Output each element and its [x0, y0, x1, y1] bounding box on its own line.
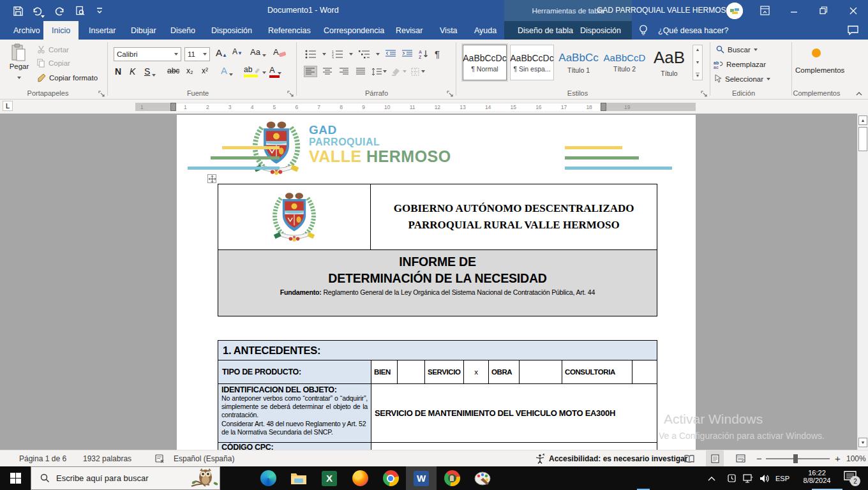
save-icon[interactable] — [11, 4, 24, 17]
shrink-font-button[interactable]: A▼ — [232, 47, 243, 56]
print-layout-icon[interactable] — [706, 450, 724, 466]
web-layout-icon[interactable] — [731, 450, 749, 466]
copy-button[interactable]: Copiar — [37, 59, 70, 68]
network-icon[interactable] — [739, 466, 757, 490]
paste-button[interactable]: Pegar — [6, 43, 32, 82]
objeto-cell[interactable]: SERVICIO DE MANTENIMIENTO DEL VEHICULO M… — [371, 384, 657, 442]
tipo-bien-checkbox[interactable] — [397, 360, 424, 383]
taskbar-edge-icon[interactable] — [253, 466, 283, 490]
tab-revisar[interactable]: Revisar — [387, 21, 431, 40]
tray-alarm-icon[interactable] — [722, 466, 740, 490]
zoom-level[interactable]: 100% — [846, 450, 866, 466]
pilcrow-icon[interactable]: ¶ — [435, 48, 440, 59]
format-painter-button[interactable]: Copiar formato — [37, 73, 98, 82]
tab-vista[interactable]: Vista — [431, 21, 466, 40]
clipboard-dialog-launcher-icon[interactable] — [98, 91, 105, 98]
paste-dropdown-icon[interactable] — [17, 77, 21, 79]
undo-dropdown-icon[interactable] — [41, 9, 45, 20]
tab-insertar[interactable]: Insertar — [80, 21, 124, 40]
paragraph-dialog-launcher-icon[interactable] — [447, 91, 454, 98]
scrollbar-thumb[interactable] — [858, 127, 867, 151]
avatar[interactable] — [726, 3, 743, 19]
antecedentes-table[interactable]: 1. ANTECEDENTES: TIPO DE PRODUCTO: BIEN … — [218, 340, 657, 450]
decrease-indent-icon[interactable] — [385, 50, 396, 58]
grow-font-button[interactable]: A▲ — [216, 47, 227, 58]
multilevel-list-icon[interactable] — [359, 50, 370, 59]
org-title-cell[interactable]: GOBIERNO AUTÓNOMO DESCENTRALIZADO PARROQ… — [370, 184, 657, 249]
align-right-icon[interactable] — [338, 66, 350, 77]
document-page[interactable]: GAD PARROQUIAL VALLE HERMOSO GOBIERNO AU… — [177, 115, 696, 450]
print-preview-icon[interactable] — [73, 4, 86, 17]
tab-diseno[interactable]: Diseño — [162, 21, 204, 40]
zoom-slider-thumb[interactable] — [793, 454, 798, 463]
styles-scroll-down-icon[interactable]: ▼ — [696, 60, 700, 64]
page-count[interactable]: Página 1 de 6 — [19, 450, 66, 466]
tab-diseno-de-tabla[interactable]: Diseño de tabla — [509, 21, 581, 40]
tipo-servicio-checkbox[interactable]: x — [463, 360, 488, 383]
document-area[interactable]: GAD PARROQUIAL VALLE HERMOSO GOBIERNO AU… — [0, 114, 857, 450]
taskbar-paint-icon[interactable] — [467, 466, 498, 490]
cut-button[interactable]: Cortar — [37, 45, 69, 54]
zoom-in-button[interactable]: + — [835, 450, 841, 466]
tab-inicio[interactable]: Inicio — [43, 21, 79, 40]
tipo-obra-checkbox[interactable] — [519, 360, 562, 383]
tab-referencias[interactable]: Referencias — [260, 21, 319, 40]
scroll-up-icon[interactable]: ▲ — [858, 115, 867, 125]
styles-scroll-up-icon[interactable]: ▲ — [696, 47, 700, 52]
collapse-ribbon-icon[interactable] — [855, 91, 863, 97]
numbering-icon[interactable]: 123 — [332, 50, 343, 59]
tab-archivo[interactable]: Archivo — [5, 21, 49, 40]
tray-chevron-icon[interactable] — [702, 466, 721, 490]
styles-dialog-launcher-icon[interactable] — [701, 91, 708, 98]
justify-icon[interactable] — [355, 66, 367, 77]
accessibility-icon[interactable] — [535, 450, 545, 466]
clock-tray[interactable]: 16:22 8/8/2024 — [797, 469, 837, 484]
account-name[interactable]: GAD PARROQUIAL VALLE HERMOSO — [597, 6, 732, 15]
feedback-icon[interactable] — [848, 25, 858, 35]
clear-formatting-button[interactable]: A — [273, 47, 287, 57]
proofing-icon[interactable] — [155, 450, 165, 466]
bullets-icon[interactable] — [305, 50, 317, 59]
increase-indent-icon[interactable] — [402, 50, 413, 58]
taskbar-search[interactable]: Escribe aquí para buscar — [31, 466, 220, 490]
redo-icon[interactable] — [54, 4, 66, 17]
quick-access-customize-icon[interactable] — [93, 4, 106, 17]
taskbar-word-icon[interactable]: W — [406, 466, 437, 490]
tab-disposicion[interactable]: Disposición — [203, 21, 260, 40]
align-left-icon[interactable] — [304, 66, 317, 77]
tipo-consultoria-checkbox[interactable] — [632, 360, 657, 383]
font-color-button[interactable]: A — [269, 65, 281, 78]
taskbar-firefox-icon[interactable] — [345, 466, 375, 490]
tell-me-box[interactable]: ¿Qué desea hacer? — [650, 21, 737, 40]
subscript-button[interactable]: x₂ — [186, 66, 193, 75]
language-indicator[interactable]: Español (España) — [174, 450, 234, 466]
taskbar-chrome-icon[interactable] — [375, 466, 406, 490]
language-tray[interactable]: ESP — [771, 466, 794, 490]
org-logo-cell[interactable] — [218, 184, 370, 249]
tab-correspondencia[interactable]: Correspondencia — [315, 21, 393, 40]
codigo-value-cell[interactable] — [371, 443, 657, 450]
style-sin-espaciado[interactable]: AaBbCcDc ¶ Sin espa... — [510, 45, 554, 80]
find-button[interactable]: Buscar — [716, 45, 758, 54]
addins-button[interactable]: Complementos — [795, 45, 837, 74]
change-case-button[interactable]: Aa — [250, 47, 266, 57]
bold-button[interactable]: N — [115, 66, 121, 77]
style-titulo[interactable]: AaB Título — [647, 45, 691, 80]
zoom-out-button[interactable]: − — [756, 450, 762, 466]
select-button[interactable]: Seleccionar — [715, 75, 770, 83]
style-titulo-1[interactable]: AaBbCc Título 1 — [557, 45, 601, 80]
notifications-icon[interactable]: 2 — [844, 471, 857, 482]
word-count[interactable]: 1932 palabras — [83, 450, 131, 466]
numbering-dropdown-icon[interactable] — [349, 53, 353, 56]
close-button[interactable] — [839, 0, 868, 21]
table-move-handle[interactable] — [207, 174, 216, 183]
multilevel-dropdown-icon[interactable] — [376, 53, 380, 56]
style-normal[interactable]: AaBbCcDc ¶ Normal — [463, 45, 507, 80]
accessibility-status[interactable]: Accesibilidad: es necesario investigar — [549, 450, 687, 466]
vertical-scrollbar[interactable]: ▲ ▼ — [857, 114, 868, 450]
taskbar-chrome-profile-icon[interactable] — [437, 466, 467, 490]
font-dialog-launcher-icon[interactable] — [287, 91, 294, 98]
ruler-text-area[interactable]: 123456789101112131415161718 — [176, 103, 600, 111]
tab-disposicion-tabla[interactable]: Disposición — [572, 21, 629, 40]
minimize-button[interactable] — [779, 0, 809, 21]
